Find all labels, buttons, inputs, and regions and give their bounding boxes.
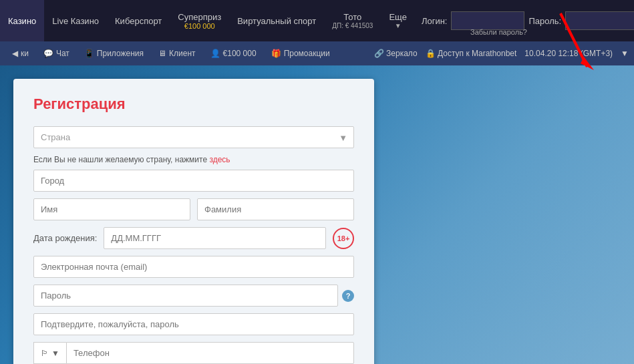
second-nav-chat[interactable]: 💬 Чат: [37, 41, 76, 65]
phone-dropdown-arrow: ▼: [51, 349, 59, 358]
second-nav-right: 🔗 Зеркало 🔒 Доступ к Marathonbet 10.04.2…: [374, 49, 629, 58]
second-nav: ◀ ки 💬 Чат 📱 Приложения 🖥 Клиент 👤 €100 …: [0, 41, 634, 65]
password-field[interactable]: [33, 285, 338, 307]
phone-flag-selector[interactable]: 🏳 ▼: [33, 342, 66, 364]
back-icon: ◀: [12, 49, 18, 58]
mirror-icon: 🔗: [374, 49, 384, 58]
second-nav-back[interactable]: ◀ ки: [5, 41, 35, 65]
country-hint: Если Вы не нашли желаемую страну, нажмит…: [33, 155, 354, 164]
second-nav-client[interactable]: 🖥 Клиент: [152, 41, 202, 65]
name-row: [33, 198, 354, 220]
prize-icon: 👤: [210, 49, 220, 58]
nav-item-more[interactable]: Еще ▼: [381, 0, 414, 41]
chevron-down-icon[interactable]: ▼: [621, 49, 629, 58]
last-name-input[interactable]: [197, 198, 354, 220]
nav-item-jackpot[interactable]: Суперприз €100 000: [170, 0, 229, 41]
login-input[interactable]: [451, 11, 524, 30]
form-title: Регистрация: [33, 96, 354, 113]
dob-label: Дата рождения:: [33, 233, 97, 243]
country-row: Страна ▼: [33, 126, 354, 148]
nav-item-casino[interactable]: Казино: [0, 0, 44, 41]
dob-input[interactable]: [104, 227, 326, 249]
nav-item-live-casino[interactable]: Live Казино: [44, 0, 107, 41]
promo-icon: 🎁: [271, 49, 281, 58]
dob-row: Дата рождения: 18+: [33, 227, 354, 249]
main-content: Регистрация Страна ▼ Если Вы не нашли же…: [0, 65, 634, 364]
second-nav-promo[interactable]: 🎁 Промоакции: [265, 41, 337, 65]
nav-item-toto[interactable]: Тото ДП: € 441503: [324, 0, 381, 41]
client-icon: 🖥: [158, 49, 166, 58]
password-input[interactable]: [565, 11, 634, 30]
country-hint-link[interactable]: здесь: [209, 155, 230, 164]
access-icon: 🔒: [426, 49, 436, 58]
age-badge: 18+: [333, 228, 354, 249]
confirm-password-row: [33, 313, 354, 335]
email-input[interactable]: [33, 256, 354, 278]
city-row: [33, 170, 354, 192]
phone-input[interactable]: [66, 342, 354, 364]
country-select-wrapper: Страна ▼: [33, 126, 354, 148]
chat-icon: 💬: [43, 49, 53, 58]
more-arrow-icon: ▼: [395, 22, 402, 29]
forgot-password-link[interactable]: Забыли пароль?: [470, 28, 527, 36]
email-row: [33, 256, 354, 278]
datetime-display: 10.04.20 12:18 (GMT+3): [524, 49, 613, 58]
second-nav-prize[interactable]: 👤 €100 000: [204, 41, 263, 65]
confirm-password-field[interactable]: [33, 313, 354, 335]
password-help-icon[interactable]: ?: [342, 290, 354, 302]
top-nav: Казино Live Казино Киберспорт Суперприз …: [0, 0, 634, 41]
first-name-input[interactable]: [33, 198, 190, 220]
nav-item-virtual-sports[interactable]: Виртуальный спорт: [229, 0, 324, 41]
country-select[interactable]: Страна: [33, 126, 354, 148]
apps-icon: 📱: [84, 49, 94, 58]
registration-form: Регистрация Страна ▼ Если Вы не нашли же…: [13, 79, 374, 364]
second-nav-apps[interactable]: 📱 Приложения: [77, 41, 150, 65]
flag-icon: 🏳: [41, 349, 49, 358]
access-link[interactable]: 🔒 Доступ к Marathonbet: [426, 49, 517, 58]
mirror-link[interactable]: 🔗 Зеркало: [374, 49, 418, 58]
nav-item-esports[interactable]: Киберспорт: [107, 0, 170, 41]
nav-items: Казино Live Казино Киберспорт Суперприз …: [0, 0, 415, 41]
phone-row: 🏳 ▼: [33, 342, 354, 364]
city-input[interactable]: [33, 170, 354, 192]
password-row: ?: [33, 285, 354, 307]
